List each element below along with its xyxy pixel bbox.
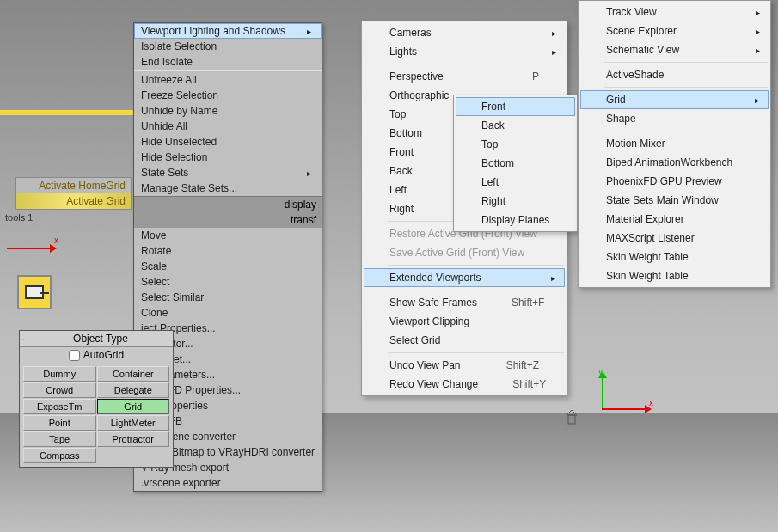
- quad-transform-title: transf: [134, 212, 322, 228]
- collapse-icon[interactable]: -: [21, 333, 30, 345]
- menu-item-label: Top: [389, 108, 406, 120]
- object-type-button[interactable]: Tape: [23, 431, 96, 447]
- object-type-header[interactable]: - Object Type: [20, 331, 173, 347]
- menu-item[interactable]: Lights: [364, 42, 565, 61]
- menu-shortcut: Shift+F: [512, 297, 544, 309]
- menu-item[interactable]: Hide Selection: [134, 150, 322, 165]
- menu-item-label: Cameras: [389, 27, 432, 39]
- menu-item-label: State Sets Main Window: [606, 194, 719, 206]
- menu-item[interactable]: Material Explorer: [580, 210, 769, 229]
- menu-item-label: Undo View Pan: [389, 359, 461, 371]
- menu-item-label: Left: [481, 176, 499, 188]
- menu-shortcut: Shift+Z: [506, 359, 539, 371]
- menu-item-label: Schematic View: [606, 44, 679, 56]
- menu-separator: [134, 70, 322, 71]
- menu-item[interactable]: Unfreeze All: [134, 72, 322, 88]
- menu-item[interactable]: State Sets Main Window: [580, 191, 769, 210]
- menu-item[interactable]: Undo View PanShift+Z: [364, 356, 565, 375]
- axis-x-label: x: [54, 235, 58, 245]
- menu-item-label: Display Planes: [481, 214, 549, 226]
- menu-item-label: Extended Viewports: [389, 272, 481, 284]
- menu-item[interactable]: Manage State Sets...: [134, 180, 322, 196]
- menu-item[interactable]: Unhide All: [134, 119, 322, 134]
- object-type-button[interactable]: Container: [97, 366, 170, 382]
- menu-item-label: Select Grid: [389, 334, 440, 346]
- object-type-button[interactable]: Grid: [97, 399, 170, 414]
- menu-item[interactable]: .vrscene exporter: [134, 475, 322, 491]
- menu-item[interactable]: Biped AnimationWorkbench: [580, 153, 769, 172]
- quad-activate-homegrid[interactable]: Activate HomeGrid: [15, 177, 132, 194]
- menu-item[interactable]: Skin Weight Table: [580, 248, 769, 266]
- menu-item-label: ActiveShade: [606, 69, 664, 81]
- menu-item[interactable]: Left: [456, 173, 575, 192]
- menu-item[interactable]: Display Planes: [456, 211, 575, 229]
- menu-item-label: Save Active Grid (Front) View: [389, 247, 524, 259]
- menu-item[interactable]: Clone: [134, 305, 322, 321]
- menu-item[interactable]: Hide Unselected: [134, 134, 322, 150]
- menu-item[interactable]: Bottom: [456, 154, 575, 173]
- menu-item[interactable]: Track View: [580, 3, 769, 21]
- object-type-button[interactable]: Delegate: [97, 382, 170, 398]
- menu-item-label: Right: [481, 195, 505, 207]
- menu-item[interactable]: Rotate: [134, 243, 322, 259]
- object-type-button[interactable]: ExposeTm: [23, 399, 96, 414]
- menu-item[interactable]: PhoenixFD GPU Preview: [580, 172, 769, 191]
- menu-item[interactable]: State Sets: [134, 165, 322, 180]
- menu-item-label: Viewport Clipping: [389, 315, 469, 327]
- menu-separator: [604, 131, 768, 131]
- menu-item[interactable]: Viewport Lighting and Shadows: [134, 23, 322, 39]
- menu-separator: [604, 62, 768, 63]
- menu-item[interactable]: Scale: [134, 259, 322, 274]
- menu-item[interactable]: Scene Explorer: [580, 21, 769, 40]
- menu-item-label: Scene Explorer: [606, 25, 677, 37]
- menu-item[interactable]: Top: [456, 135, 575, 154]
- quad-display-title: display: [134, 196, 322, 212]
- menu-item[interactable]: Shape: [580, 109, 769, 128]
- menu-item[interactable]: Extended Viewports: [364, 268, 565, 287]
- object-type-button[interactable]: Crowd: [23, 382, 96, 398]
- autogrid-checkbox[interactable]: [69, 350, 80, 361]
- menu-item[interactable]: Select Grid: [364, 331, 565, 350]
- menu-item[interactable]: Skin Weight Table: [580, 266, 769, 285]
- menu-item[interactable]: Freeze Selection: [134, 88, 322, 103]
- object-type-button[interactable]: Dummy: [23, 366, 96, 382]
- menu-item[interactable]: Show Safe FramesShift+F: [364, 293, 565, 312]
- menu-item[interactable]: Unhide by Name: [134, 103, 322, 119]
- menu-item[interactable]: Back: [456, 116, 575, 135]
- menu-separator: [388, 352, 564, 353]
- grid-orientation-submenu: FrontBackTopBottomLeftRightDisplay Plane…: [453, 95, 578, 232]
- axis-x: [602, 408, 645, 410]
- menu-item[interactable]: Select Similar: [134, 290, 322, 305]
- menu-item-label: Track View: [606, 6, 657, 18]
- menu-item[interactable]: Grid: [580, 90, 769, 109]
- menu-item[interactable]: Right: [456, 192, 575, 211]
- menu-item[interactable]: Schematic View: [580, 40, 769, 59]
- object-type-button[interactable]: Point: [23, 415, 96, 431]
- menu-item-label: Motion Mixer: [606, 138, 665, 150]
- menu-item[interactable]: Redo View ChangeShift+Y: [364, 375, 565, 394]
- menu-item-label: Grid: [606, 94, 626, 106]
- menu-item[interactable]: ActiveShade: [580, 65, 769, 84]
- menu-item[interactable]: Front: [456, 97, 575, 116]
- object-type-button[interactable]: LightMeter: [97, 415, 170, 431]
- object-type-button[interactable]: Compass: [23, 448, 96, 463]
- menu-item[interactable]: Select: [134, 274, 322, 290]
- tape-tool-icon[interactable]: [17, 275, 52, 309]
- menu-item[interactable]: PerspectiveP: [364, 67, 565, 86]
- menu-item[interactable]: Viewport Clipping: [364, 312, 565, 331]
- extended-viewports-menu: Track ViewScene ExplorerSchematic ViewAc…: [578, 0, 771, 288]
- menu-item-label: MAXScript Listener: [606, 232, 695, 244]
- menu-item[interactable]: MAXScript Listener: [580, 229, 769, 248]
- display-label: display: [285, 199, 316, 211]
- menu-item[interactable]: End Isolate: [134, 54, 322, 70]
- quad-activate-grid[interactable]: Activate Grid: [15, 193, 132, 210]
- menu-item-label: Shape: [606, 113, 636, 125]
- menu-item[interactable]: Isolate Selection: [134, 39, 322, 54]
- menu-item-label: Biped AnimationWorkbench: [606, 156, 732, 168]
- object-type-button[interactable]: Protractor: [97, 431, 170, 447]
- menu-item[interactable]: Cameras: [364, 23, 565, 42]
- svg-rect-0: [568, 415, 575, 424]
- menu-item[interactable]: Motion Mixer: [580, 134, 769, 153]
- menu-item-label: Left: [389, 184, 407, 196]
- menu-item[interactable]: Move: [134, 228, 322, 243]
